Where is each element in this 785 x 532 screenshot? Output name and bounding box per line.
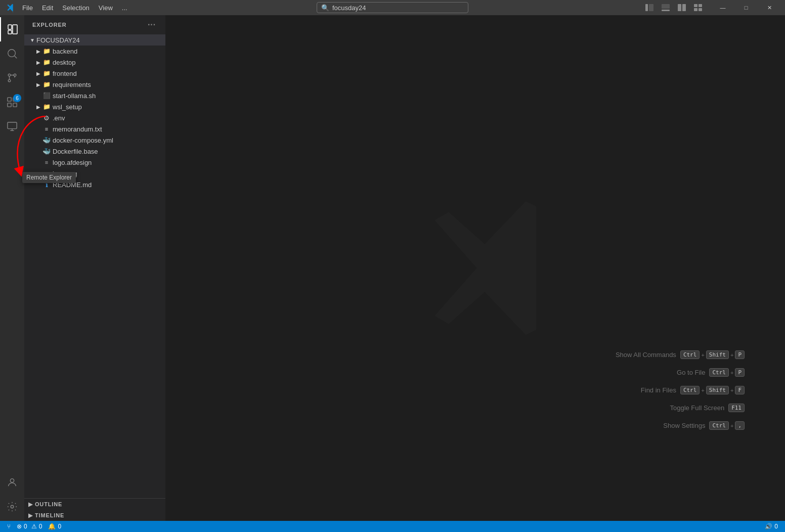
activity-search[interactable] bbox=[0, 41, 24, 66]
svg-rect-5 bbox=[682, 4, 686, 11]
window-controls: — □ ✕ bbox=[711, 0, 781, 15]
toggle-panel-btn[interactable] bbox=[659, 2, 673, 13]
plus-icon: + bbox=[701, 387, 704, 393]
gear-file-icon: ⚙ bbox=[42, 114, 51, 122]
timeline-arrow-icon: ▶ bbox=[28, 512, 33, 519]
tree-item-desktop[interactable]: ▶ 📁 desktop bbox=[24, 57, 165, 68]
menu-edit[interactable]: Edit bbox=[38, 3, 57, 13]
item-label: start-ollama.sh bbox=[53, 92, 96, 100]
tree-item-env[interactable]: ⚙ .env bbox=[24, 112, 165, 123]
root-label: FOCUSDAY24 bbox=[36, 36, 80, 44]
plus-icon2: + bbox=[730, 352, 733, 358]
svg-rect-9 bbox=[699, 8, 702, 11]
activity-extensions[interactable]: 6 bbox=[0, 90, 24, 114]
shortcut-find-in-files: Find in Files Ctrl + Shift + F bbox=[616, 386, 745, 394]
search-icon: 🔍 bbox=[321, 4, 329, 12]
svg-rect-8 bbox=[694, 8, 697, 11]
svg-line-14 bbox=[15, 56, 17, 59]
titlebar-search[interactable]: 🔍 bbox=[317, 2, 468, 13]
maximize-btn[interactable]: □ bbox=[734, 0, 758, 15]
close-btn[interactable]: ✕ bbox=[758, 0, 781, 15]
tree-item-frontend[interactable]: ▶ 📁 frontend bbox=[24, 68, 165, 79]
vscode-logo-icon bbox=[4, 2, 15, 13]
tree-item-wsl-setup[interactable]: ▶ 📁 wsl_setup bbox=[24, 101, 165, 112]
menu-more[interactable]: ... bbox=[118, 3, 132, 13]
tree-item-requirements[interactable]: ▶ 📁 requirements bbox=[24, 79, 165, 90]
key-f11: F11 bbox=[728, 404, 745, 412]
folder-arrow-icon: ▶ bbox=[34, 80, 42, 88]
remote-icon: ⑂ bbox=[7, 523, 11, 530]
activity-settings[interactable] bbox=[0, 495, 24, 519]
activity-remote-explorer[interactable] bbox=[0, 114, 24, 139]
shortcut-show-all-commands: Show All Commands Ctrl + Shift + P bbox=[616, 350, 745, 359]
error-icon: ⊗ bbox=[17, 523, 22, 530]
shortcut-go-to-file: Go to File Ctrl + P bbox=[616, 368, 745, 377]
tree-item-docker-compose[interactable]: 🐳 docker-compose.yml bbox=[24, 135, 165, 146]
svg-point-24 bbox=[11, 505, 14, 508]
remote-explorer-tooltip: Remote Explorer bbox=[22, 172, 76, 183]
status-right: 🔊 0 bbox=[762, 523, 781, 530]
status-errors[interactable]: ⊗ 0 ⚠ 0 bbox=[14, 521, 45, 532]
svg-rect-10 bbox=[8, 25, 12, 29]
warning-icon: ⚠ bbox=[31, 523, 37, 530]
item-label: backend bbox=[53, 48, 77, 55]
tree-item-start-ollama[interactable]: ⬛ start-ollama.sh bbox=[24, 90, 165, 101]
kbd-group: F11 bbox=[728, 404, 745, 412]
shortcut-label: Find in Files bbox=[641, 386, 676, 394]
timeline-section-header[interactable]: ▶ TIMELINE bbox=[24, 510, 165, 521]
tree-item-dockerfile[interactable]: 🐳 Dockerfile.base bbox=[24, 146, 165, 157]
folder-icon: 📁 bbox=[42, 103, 51, 111]
outline-section-header[interactable]: ▶ OUTLINE bbox=[24, 499, 165, 510]
item-label: .env bbox=[53, 114, 65, 122]
svg-rect-6 bbox=[694, 4, 697, 7]
status-notifications[interactable]: 🔔 0 bbox=[45, 521, 64, 532]
notification-count: 0 bbox=[58, 523, 61, 530]
notification-icon: 🔔 bbox=[48, 523, 56, 530]
toggle-split-btn[interactable] bbox=[675, 2, 689, 13]
status-remote-btn[interactable]: ⑂ bbox=[4, 521, 14, 532]
customize-layout-btn[interactable] bbox=[691, 2, 705, 13]
shortcut-label: Show All Commands bbox=[616, 351, 676, 359]
kbd-group: Ctrl + P bbox=[709, 368, 745, 377]
kbd-group: Ctrl + , bbox=[709, 421, 745, 430]
shortcut-toggle-fullscreen: Toggle Full Screen F11 bbox=[616, 404, 745, 412]
sidebar: EXPLORER ··· ▼ FOCUSDAY24 ▶ 📁 backend ▶ … bbox=[24, 15, 166, 521]
plus-icon2: + bbox=[730, 387, 733, 393]
shortcut-show-settings: Show Settings Ctrl + , bbox=[616, 421, 745, 430]
sidebar-header: EXPLORER ··· bbox=[24, 15, 165, 34]
status-audio[interactable]: 🔊 0 bbox=[762, 523, 781, 530]
tree-root[interactable]: ▼ FOCUSDAY24 bbox=[24, 34, 165, 46]
menu-selection[interactable]: Selection bbox=[58, 3, 93, 13]
svg-rect-0 bbox=[645, 4, 648, 11]
svg-rect-2 bbox=[662, 4, 670, 9]
minimize-btn[interactable]: — bbox=[711, 0, 734, 15]
sidebar-header-actions: ··· bbox=[146, 19, 157, 30]
file-tree: ▼ FOCUSDAY24 ▶ 📁 backend ▶ 📁 desktop ▶ 📁… bbox=[24, 34, 165, 498]
folder-icon: 📁 bbox=[42, 58, 51, 66]
svg-rect-7 bbox=[699, 4, 702, 7]
audio-icon: 🔊 bbox=[765, 523, 772, 530]
tree-item-backend[interactable]: ▶ 📁 backend bbox=[24, 46, 165, 57]
folder-arrow-icon: ▶ bbox=[34, 58, 42, 66]
svg-rect-20 bbox=[8, 103, 11, 107]
key-ctrl: Ctrl bbox=[709, 421, 729, 430]
file-spacer bbox=[34, 92, 42, 100]
activity-source-control[interactable] bbox=[0, 66, 24, 90]
key-ctrl: Ctrl bbox=[680, 386, 700, 394]
menu-view[interactable]: View bbox=[95, 3, 117, 13]
activity-explorer[interactable] bbox=[0, 17, 24, 41]
sidebar-more-btn[interactable]: ··· bbox=[146, 19, 157, 30]
tooltip-text: Remote Explorer bbox=[22, 172, 76, 183]
collapse-icon: ▼ bbox=[28, 36, 36, 44]
key-shift: Shift bbox=[706, 386, 729, 394]
toggle-sidebar-btn[interactable] bbox=[642, 2, 657, 13]
tree-item-logo-afdesign[interactable]: ≡ logo.afdesign bbox=[24, 157, 165, 168]
tree-item-memorandum[interactable]: ≡ memorandum.txt bbox=[24, 123, 165, 135]
shortcut-label: Show Settings bbox=[663, 422, 705, 429]
activity-accounts[interactable] bbox=[0, 470, 24, 495]
menu-file[interactable]: File bbox=[18, 3, 37, 13]
item-label: wsl_setup bbox=[53, 103, 82, 111]
key-ctrl: Ctrl bbox=[680, 350, 700, 359]
search-input[interactable] bbox=[332, 4, 464, 12]
sh-file-icon: ⬛ bbox=[42, 92, 51, 100]
